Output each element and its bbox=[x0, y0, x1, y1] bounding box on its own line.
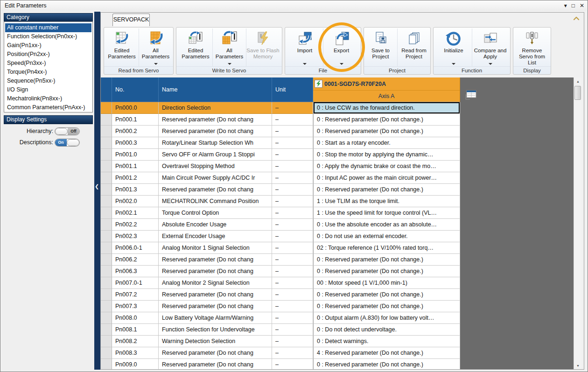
export-button[interactable]: Export bbox=[323, 28, 359, 66]
category-item[interactable]: All constant number bbox=[5, 23, 91, 32]
cell-unit[interactable]: – bbox=[272, 172, 313, 184]
value-cell[interactable]: 0 : Reserved parameter (Do not change.) bbox=[313, 114, 460, 126]
table-row[interactable]: Pn000.1Reserved parameter (Do not chang–… bbox=[101, 114, 460, 126]
cell-unit[interactable]: – bbox=[272, 336, 313, 347]
cell-gutter[interactable] bbox=[101, 242, 112, 254]
table-row[interactable]: Pn000.2Reserved parameter (Do not chang–… bbox=[101, 126, 460, 137]
scroll-up-icon[interactable]: ▲ bbox=[574, 77, 582, 85]
cell-gutter[interactable] bbox=[101, 126, 112, 137]
category-item[interactable]: Position(Pn2xx-) bbox=[5, 50, 91, 59]
table-row[interactable]: Pn002.2Absolute Encoder Usage–0 : Use th… bbox=[101, 219, 460, 231]
cell-name[interactable]: MECHATROLINK Command Position bbox=[159, 196, 272, 207]
category-item[interactable]: I/O Sign bbox=[5, 85, 91, 94]
column-header-name[interactable]: Name bbox=[159, 77, 272, 102]
chevron-left-icon[interactable]: ❮ bbox=[95, 183, 99, 190]
cell-name[interactable]: Servo OFF or Alarm Group 1 Stoppi bbox=[159, 149, 272, 161]
cell-gutter[interactable] bbox=[101, 102, 112, 114]
cell-unit[interactable]: – bbox=[272, 242, 313, 254]
cell-no[interactable]: Pn001.0 bbox=[112, 149, 159, 161]
dropdown-arrow-icon[interactable] bbox=[154, 63, 158, 65]
cell-no[interactable]: Pn009.0 bbox=[112, 359, 159, 369]
cell-gutter[interactable] bbox=[101, 266, 112, 277]
cell-unit[interactable]: – bbox=[272, 312, 313, 324]
value-cell[interactable]: 0 : Do not detect undervoltage. bbox=[313, 324, 460, 336]
cell-unit[interactable]: – bbox=[272, 126, 313, 137]
cell-name[interactable]: Reserved parameter (Do not chang bbox=[159, 289, 272, 301]
dropdown-arrow-icon[interactable] bbox=[340, 63, 343, 65]
table-row[interactable]: Pn001.2Main Circuit Power Supply AC/DC I… bbox=[101, 172, 460, 184]
table-row[interactable]: Pn007.3Reserved parameter (Do not chang–… bbox=[101, 301, 460, 312]
read-from-project-button[interactable]: Read from Project bbox=[397, 28, 430, 66]
cell-no[interactable]: Pn002.0 bbox=[112, 196, 159, 207]
cell-gutter[interactable] bbox=[101, 196, 112, 207]
cell-unit[interactable]: – bbox=[272, 289, 313, 301]
cell-no[interactable]: Pn001.1 bbox=[112, 161, 159, 172]
table-row[interactable]: Pn002.1Torque Control Option–1 : Use the… bbox=[101, 207, 460, 219]
table-row[interactable]: Pn008.2Warning Detection Selection–0 : D… bbox=[101, 336, 460, 347]
cell-name[interactable]: Main Circuit Power Supply AC/DC Ir bbox=[159, 172, 272, 184]
sidebar-collapse-strip[interactable]: ❮ bbox=[94, 12, 100, 370]
cell-unit[interactable]: – bbox=[272, 266, 313, 277]
cell-no[interactable]: Pn000.1 bbox=[112, 114, 159, 126]
cell-name[interactable]: Reserved parameter (Do not chang bbox=[159, 359, 272, 369]
table-row[interactable]: Pn009.0Reserved parameter (Do not chang–… bbox=[101, 359, 460, 369]
table-row[interactable]: Pn006.2Reserved parameter (Do not chang–… bbox=[101, 254, 460, 266]
scroll-down-icon[interactable]: ▼ bbox=[574, 362, 582, 369]
value-cell[interactable]: 0 : Reserved parameter (Do not change.) bbox=[313, 254, 460, 266]
value-cell[interactable]: 0 : Apply the dynamic brake or coast the… bbox=[313, 161, 460, 172]
cell-name[interactable]: Reserved parameter (Do not chang bbox=[159, 301, 272, 312]
cell-name[interactable]: Rotary/Linear Startup Selection Wh bbox=[159, 137, 272, 149]
scrollbar-thumb[interactable] bbox=[574, 86, 581, 100]
cell-no[interactable]: Pn007.3 bbox=[112, 301, 159, 312]
save-to-flash-memory-button[interactable]: Save to Flash Memory bbox=[246, 28, 280, 66]
cell-unit[interactable]: – bbox=[272, 149, 313, 161]
value-cell[interactable]: 0 : Reserved parameter (Do not change.) bbox=[313, 266, 460, 277]
cell-gutter[interactable] bbox=[101, 301, 112, 312]
cell-name[interactable]: Reserved parameter (Do not chang bbox=[159, 114, 272, 126]
category-item[interactable]: Speed(Pn3xx-) bbox=[5, 59, 91, 68]
value-cell[interactable]: 0 : Do not use an external encoder. bbox=[313, 231, 460, 242]
category-item[interactable]: Torque(Pn4xx-) bbox=[5, 68, 91, 77]
cell-gutter[interactable] bbox=[101, 231, 112, 242]
cell-no[interactable]: Pn000.2 bbox=[112, 126, 159, 137]
category-item[interactable]: Mechatrolink(Pn8xx-) bbox=[5, 94, 91, 103]
cell-unit[interactable]: – bbox=[272, 137, 313, 149]
category-item[interactable]: Gain(Pn1xx-) bbox=[5, 41, 91, 50]
value-cell[interactable]: 4 : Reserved parameter (Do not change.) bbox=[313, 347, 460, 359]
cell-unit[interactable]: – bbox=[272, 277, 313, 289]
cell-name[interactable]: Low Battery Voltage Alarm/Warning bbox=[159, 312, 272, 324]
table-row[interactable]: Pn001.3Reserved parameter (Do not chang–… bbox=[101, 184, 460, 196]
cell-unit[interactable]: – bbox=[272, 207, 313, 219]
cell-no[interactable]: Pn000.3 bbox=[112, 137, 159, 149]
maximize-icon[interactable]: □ bbox=[572, 2, 575, 9]
dropdown-arrow-icon[interactable] bbox=[452, 63, 455, 65]
column-header-no[interactable]: No. bbox=[112, 77, 159, 102]
value-cell[interactable]: 0 : Detect warnings. bbox=[313, 336, 460, 347]
cell-no[interactable]: Pn007.0-1 bbox=[112, 277, 159, 289]
table-row[interactable]: Pn006.3Reserved parameter (Do not chang–… bbox=[101, 266, 460, 277]
ribbon-collapse-chevron-icon[interactable] bbox=[573, 15, 580, 22]
table-row[interactable]: Pn002.0MECHATROLINK Command Position–1 :… bbox=[101, 196, 460, 207]
title-bar[interactable]: Edit Parameters ▾ □ ✕ bbox=[1, 0, 587, 11]
cell-gutter[interactable] bbox=[101, 149, 112, 161]
table-row[interactable]: Pn008.3Reserved parameter (Do not chang–… bbox=[101, 347, 460, 359]
value-cell[interactable]: 0 : Input AC power as the main circuit p… bbox=[313, 172, 460, 184]
cell-no[interactable]: Pn000.0 bbox=[112, 102, 159, 114]
cell-no[interactable]: Pn006.3 bbox=[112, 266, 159, 277]
read-edited-parameters-button[interactable]: Edited Parameters bbox=[105, 28, 139, 66]
cell-name[interactable]: Reserved parameter (Do not chang bbox=[159, 347, 272, 359]
cell-no[interactable]: Pn008.2 bbox=[112, 336, 159, 347]
cell-unit[interactable]: – bbox=[272, 219, 313, 231]
cell-unit[interactable]: – bbox=[272, 231, 313, 242]
table-row[interactable]: Pn000.3Rotary/Linear Startup Selection W… bbox=[101, 137, 460, 149]
axis-header[interactable]: Axis A bbox=[313, 90, 460, 102]
table-row[interactable]: Pn006.0-1Analog Monitor 1 Signal Selecti… bbox=[101, 242, 460, 254]
cell-unit[interactable]: – bbox=[272, 196, 313, 207]
cell-name[interactable]: Absolute Encoder Usage bbox=[159, 219, 272, 231]
value-cell[interactable]: 0 : Start as a rotary encoder. bbox=[313, 137, 460, 149]
cell-no[interactable]: Pn002.1 bbox=[112, 207, 159, 219]
table-row[interactable]: Pn000.0Direction Selection–0 : Use CCW a… bbox=[101, 102, 460, 114]
tab-servopack[interactable]: SERVOPACK bbox=[112, 14, 150, 26]
cell-gutter[interactable] bbox=[101, 359, 112, 369]
cell-name[interactable]: Analog Monitor 1 Signal Selection bbox=[159, 242, 272, 254]
